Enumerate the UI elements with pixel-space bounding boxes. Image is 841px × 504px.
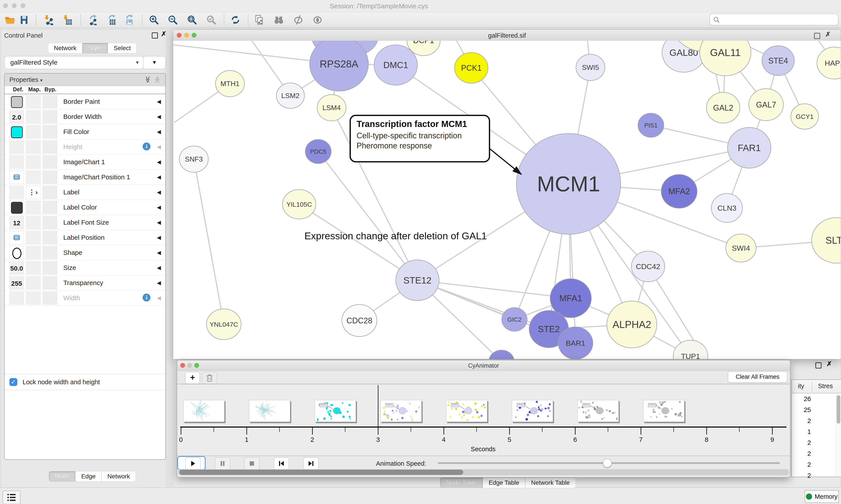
property-row-shape[interactable]: Shape◀	[5, 245, 165, 260]
export-table-icon[interactable]	[106, 14, 119, 26]
expand-property-icon[interactable]: ◀	[157, 204, 161, 211]
property-byp-cell[interactable]	[43, 125, 57, 138]
column-header-centrality[interactable]: ity	[798, 382, 804, 390]
expand-property-icon[interactable]: ◀	[157, 159, 161, 165]
network-node-nodeb[interactable]	[489, 350, 514, 359]
property-def-cell[interactable]	[10, 246, 24, 259]
property-byp-cell[interactable]	[43, 246, 57, 259]
property-def-cell[interactable]: 12	[10, 216, 24, 229]
property-map-cell[interactable]	[26, 95, 40, 108]
expand-property-icon[interactable]: ◀	[157, 219, 161, 226]
network-edge[interactable]	[318, 151, 417, 280]
property-byp-cell[interactable]	[43, 141, 57, 154]
style-options-menu-button[interactable]: ▼	[143, 56, 166, 69]
node-table-scrollbar[interactable]	[836, 393, 841, 476]
property-map-cell[interactable]	[26, 141, 40, 154]
timeline-playhead[interactable]	[378, 385, 378, 427]
cyanimator-titlebar[interactable]: CyAnimator	[177, 360, 790, 371]
table-cell[interactable]: 25	[792, 404, 811, 415]
hide-selected-eye-icon[interactable]	[292, 14, 304, 26]
frame-thumbnail-1[interactable]	[249, 400, 290, 422]
tab-node-table[interactable]: Node Table	[440, 478, 483, 488]
table-cell[interactable]: 1	[792, 426, 811, 437]
property-row-size[interactable]: 50.0Size◀	[5, 260, 165, 275]
properties-header[interactable]: Properties ▾ ≫ ≫	[5, 74, 165, 86]
property-byp-cell[interactable]	[43, 110, 57, 123]
clear-all-frames-button[interactable]: Clear All Frames	[728, 371, 787, 383]
animation-speed-handle[interactable]	[603, 459, 612, 467]
expand-all-icon[interactable]: ≫	[144, 76, 152, 83]
expand-property-icon[interactable]: ◀	[157, 174, 161, 180]
control-panel-close-icon[interactable]: ✗	[161, 32, 166, 36]
tab-node[interactable]: Node	[49, 471, 75, 482]
table-cell[interactable]: 2	[792, 448, 811, 459]
property-byp-cell[interactable]	[43, 156, 57, 168]
open-session-icon[interactable]	[3, 14, 16, 26]
tab-network[interactable]: Network	[48, 43, 82, 53]
save-session-icon[interactable]	[18, 14, 30, 26]
collapse-all-icon[interactable]: ≫	[153, 76, 161, 83]
frame-thumbnail-4[interactable]	[446, 400, 487, 422]
property-map-cell[interactable]	[26, 292, 40, 305]
property-row-width[interactable]: Widthi◀	[5, 290, 165, 306]
property-map-cell[interactable]	[26, 262, 40, 274]
tab-edge-table[interactable]: Edge Table	[483, 478, 525, 488]
property-def-cell[interactable]: 50.0	[10, 262, 24, 274]
info-icon[interactable]: i	[143, 293, 150, 302]
property-map-cell[interactable]	[26, 276, 40, 289]
search-network-icon[interactable]	[273, 14, 285, 26]
property-def-cell[interactable]	[10, 125, 24, 138]
zoom-in-icon[interactable]	[148, 14, 160, 26]
tab-style[interactable]: Style	[82, 43, 108, 53]
export-image-icon[interactable]	[124, 14, 136, 26]
search-input[interactable]	[722, 15, 835, 24]
property-row-label-font-size[interactable]: 12Label Font Size◀	[5, 215, 165, 230]
refresh-view-icon[interactable]	[229, 14, 241, 26]
network-edge[interactable]	[194, 159, 224, 324]
timeline-scrollbar-thumb[interactable]	[179, 470, 463, 475]
property-row-image-chart-1[interactable]: Image/Chart 1◀	[5, 155, 165, 170]
property-byp-cell[interactable]	[43, 262, 57, 274]
network-canvas[interactable]: RPS28AMTH1LSM2LSM4DMC1DCP1PCK1SWI5GAL80G…	[174, 41, 841, 359]
expand-property-icon[interactable]: ◀	[157, 144, 161, 150]
frame-thumbnail-2[interactable]	[315, 400, 356, 422]
window-close-traffic-light[interactable]	[3, 3, 8, 8]
frame-thumbnail-3[interactable]	[380, 400, 422, 422]
property-row-transparency[interactable]: 255Transparency◀	[5, 275, 165, 290]
skip-to-end-button[interactable]	[303, 457, 319, 470]
property-def-cell[interactable]	[10, 171, 24, 184]
table-panel-close-icon[interactable]: ✗	[826, 361, 832, 366]
pause-button[interactable]	[215, 457, 230, 470]
property-byp-cell[interactable]	[43, 216, 57, 229]
node-table-header[interactable]: ity Stres	[792, 380, 841, 393]
property-def-cell[interactable]	[10, 141, 24, 154]
expand-property-icon[interactable]: ◀	[157, 189, 161, 195]
table-cell[interactable]: 26	[792, 393, 811, 404]
property-map-cell[interactable]	[26, 110, 40, 123]
property-map-cell[interactable]	[26, 231, 40, 244]
network-window-float-icon[interactable]	[814, 33, 820, 39]
column-header-stress[interactable]: Stres	[818, 382, 833, 390]
tab-edge[interactable]: Edge	[75, 471, 102, 482]
property-row-label-color[interactable]: Label Color◀	[5, 200, 165, 215]
memory-status-button[interactable]: Memory	[805, 490, 839, 503]
info-icon[interactable]: i	[143, 143, 150, 150]
network-window-close-icon[interactable]: ✗	[825, 32, 831, 37]
property-map-cell[interactable]: ⋮›	[26, 186, 40, 199]
table-cell[interactable]: 2	[792, 470, 811, 481]
property-row-fill-color[interactable]: Fill Color◀	[5, 124, 165, 140]
zoom-out-icon[interactable]	[167, 14, 179, 26]
property-byp-cell[interactable]	[43, 231, 57, 244]
skip-to-start-button[interactable]	[274, 457, 289, 470]
property-byp-cell[interactable]	[43, 186, 57, 199]
property-row-border-paint[interactable]: Border Paint◀	[5, 94, 165, 109]
frame-thumbnail-7[interactable]	[643, 400, 684, 422]
import-table-icon[interactable]	[61, 14, 73, 26]
import-network-icon[interactable]	[42, 14, 54, 26]
frame-thumbnail-5[interactable]	[512, 400, 553, 422]
property-byp-cell[interactable]	[43, 292, 57, 305]
table-cell[interactable]: 2	[792, 415, 811, 426]
control-panel-float-icon[interactable]	[152, 32, 158, 38]
frame-thumbnail-0[interactable]	[183, 400, 225, 422]
property-map-cell[interactable]	[26, 201, 40, 214]
